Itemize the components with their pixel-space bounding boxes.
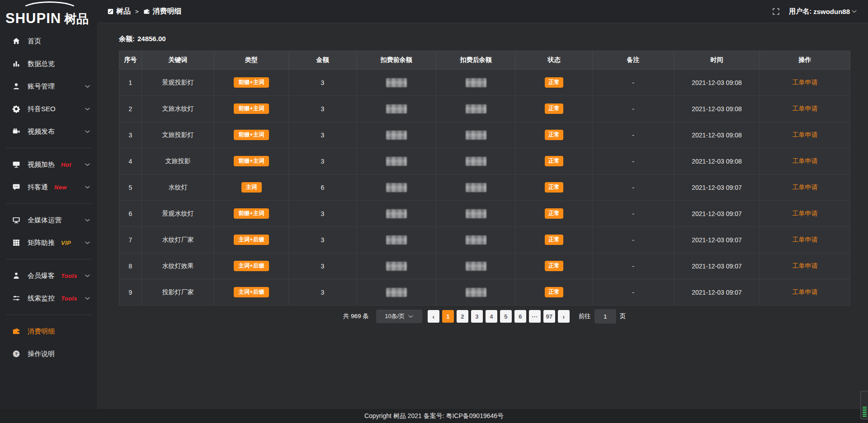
sidebar-item-label: 矩阵助推 [28, 239, 55, 247]
status-badge: 正常 [545, 130, 563, 140]
sidebar-item-person[interactable]: 会员爆客Tools [0, 264, 97, 287]
cell-balance-after [436, 279, 516, 306]
type-badge: 主词 [241, 182, 262, 193]
status-badge: 正常 [545, 287, 563, 297]
goto-page-input[interactable] [594, 309, 616, 324]
page-button[interactable]: 97 [543, 310, 555, 323]
cell-type: 前缀+主词 [214, 96, 289, 122]
cell-balance-before [357, 148, 436, 174]
cell-amount: 3 [289, 279, 357, 306]
sidebar-item-tag: Hot [61, 161, 71, 168]
gear-icon [12, 105, 21, 113]
type-badge: 主词+后缀 [234, 287, 269, 297]
sidebar-item-question-circle[interactable]: ?操作说明 [0, 343, 97, 365]
chat-bubble-icon [12, 183, 21, 191]
sidebar-item-monitor[interactable]: 全媒体运营 [0, 209, 97, 231]
cell-balance-before [357, 174, 436, 201]
fullscreen-icon[interactable] [772, 8, 780, 15]
column-header: 状态 [516, 51, 593, 70]
cell-balance-before [357, 122, 436, 148]
sidebar-item-grid[interactable]: 矩阵助推VIP [0, 231, 97, 254]
cell-index: 5 [119, 174, 142, 201]
page-button[interactable]: 3 [471, 310, 483, 323]
balance-summary: 余额:24856.00 [119, 35, 850, 43]
column-header: 序号 [119, 51, 142, 70]
next-page-button[interactable]: › [558, 310, 570, 323]
work-order-link[interactable]: 工单申请 [793, 236, 818, 243]
page-button[interactable]: 1 [442, 310, 454, 323]
floating-widget[interactable] [860, 391, 868, 419]
page-button[interactable]: 4 [486, 310, 497, 323]
sidebar-item-home[interactable]: 首页 [0, 30, 97, 52]
work-order-link[interactable]: 工单申请 [793, 79, 818, 86]
work-order-link[interactable]: 工单申请 [793, 210, 818, 217]
page-button[interactable]: 2 [457, 310, 468, 323]
column-header: 时间 [674, 51, 760, 70]
chevron-down-icon [85, 85, 90, 88]
redacted-balance-after [466, 288, 486, 297]
sidebar-item-user[interactable]: 账号管理 [0, 75, 97, 98]
goto-label: 前往 [579, 312, 591, 320]
cell-balance-before [357, 96, 436, 122]
table-row: 6景观水纹灯前缀+主词3正常-2021-12-03 09:07工单申请 [119, 201, 850, 227]
sidebar-item-gear[interactable]: 抖音SEO [0, 98, 97, 120]
cell-time: 2021-12-03 09:08 [674, 96, 760, 122]
work-order-link[interactable]: 工单申请 [793, 262, 818, 269]
prev-page-button[interactable]: ‹ [428, 310, 439, 323]
cell-type: 主词+后缀 [214, 279, 289, 306]
sidebar-item-tag: VIP [61, 240, 71, 246]
type-badge: 前缀+主词 [234, 156, 269, 166]
breadcrumb-item: 消费明细 [143, 7, 182, 16]
sidebar-item-tag: Tools [61, 273, 77, 279]
footer-bar: Copyright 树品 2021 备案号: 粤ICP备09019646号 [0, 409, 868, 423]
status-badge: 正常 [545, 208, 563, 219]
sidebar-item-wallet[interactable]: 消费明细 [0, 320, 97, 343]
username-label: 用户名: [789, 7, 811, 16]
status-badge: 正常 [545, 235, 563, 245]
cell-amount: 6 [289, 174, 357, 201]
consumption-table: 序号关键词类型金额扣费前余额扣费后余额状态备注时间操作 1景观投影灯前缀+主词3… [119, 51, 850, 306]
work-order-link[interactable]: 工单申请 [793, 183, 818, 191]
ellipsis-button[interactable]: ··· [529, 310, 541, 323]
cell-balance-before [357, 201, 436, 227]
logo-arc-decoration [21, 1, 79, 19]
table-row: 1景观投影灯前缀+主词3正常-2021-12-03 09:08工单申请 [119, 70, 850, 96]
cell-keyword: 文旅投影灯 [142, 122, 214, 148]
type-badge: 前缀+主词 [234, 77, 269, 88]
cell-index: 9 [119, 279, 142, 306]
work-order-link[interactable]: 工单申请 [793, 105, 818, 112]
wallet-icon [143, 8, 150, 15]
table-row: 2文旅水纹灯前缀+主词3正常-2021-12-03 09:08工单申请 [119, 96, 850, 122]
page-button[interactable]: 5 [500, 310, 512, 323]
work-order-link[interactable]: 工单申请 [793, 157, 818, 164]
bar-chart-icon [12, 60, 21, 68]
work-order-link[interactable]: 工单申请 [793, 288, 818, 296]
breadcrumb-item[interactable]: 树品 [108, 7, 131, 16]
redacted-balance-after [466, 104, 486, 113]
redacted-balance-after [466, 262, 486, 271]
cell-balance-after [436, 96, 516, 122]
chevron-down-icon [85, 219, 90, 222]
sidebar-item-sliders[interactable]: 线索监控Tools [0, 287, 97, 310]
cell-status: 正常 [516, 279, 593, 306]
cell-status: 正常 [516, 70, 593, 96]
page-size-select[interactable]: 10条/页 [376, 310, 422, 323]
status-badge: 正常 [545, 77, 563, 88]
cell-index: 4 [119, 148, 142, 174]
sidebar-item-bar-chart[interactable]: 数据总览 [0, 52, 97, 75]
status-badge: 正常 [545, 156, 563, 166]
work-order-link[interactable]: 工单申请 [793, 131, 818, 138]
cell-keyword: 景观水纹灯 [142, 201, 214, 227]
cell-index: 7 [119, 227, 142, 253]
cell-remark: - [593, 174, 674, 201]
user-menu[interactable]: 用户名: zswodun88 [789, 7, 857, 16]
cell-action: 工单申请 [760, 122, 850, 148]
sidebar-menu: 首页数据总览账号管理抖音SEO视频发布视频加热Hot抖客通New全媒体运营矩阵助… [0, 25, 97, 365]
sidebar-item-screen[interactable]: 视频加热Hot [0, 153, 97, 176]
sidebar-item-video-camera[interactable]: 视频发布 [0, 120, 97, 143]
sidebar-item-chat-bubble[interactable]: 抖客通New [0, 176, 97, 198]
pagination-bar: 共 969 条 10条/页 ‹123456···97› 前往 页 [119, 309, 850, 324]
chevron-down-icon [85, 186, 90, 189]
page-button[interactable]: 6 [514, 310, 526, 323]
cell-time: 2021-12-03 09:08 [674, 70, 760, 96]
